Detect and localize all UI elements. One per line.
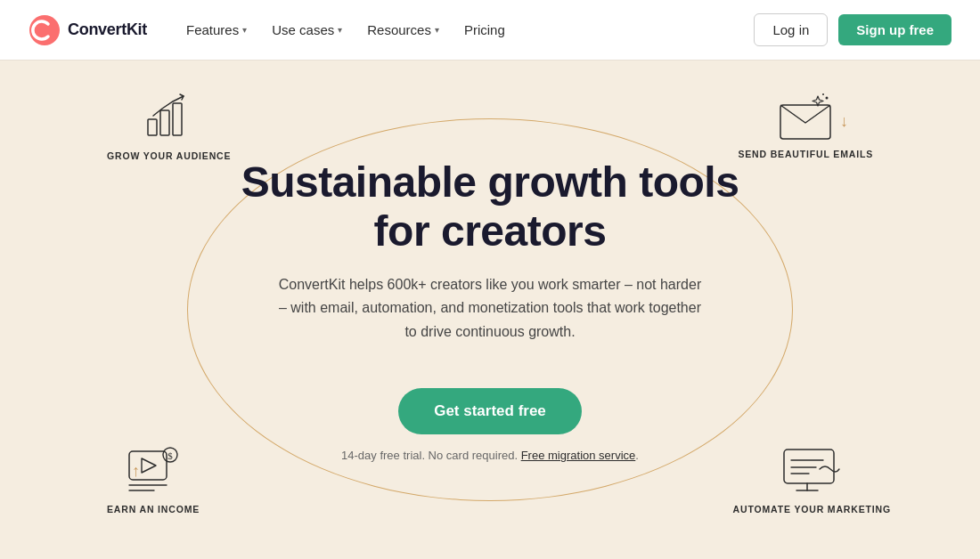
illustration-earn-income: $ EARN AN INCOME: [107, 444, 200, 516]
send-emails-label: SEND BEAUTIFUL EMAILS: [738, 148, 873, 161]
earn-income-label: EARN AN INCOME: [107, 503, 200, 516]
nav-resources[interactable]: Resources ▾: [356, 15, 450, 45]
free-migration-link[interactable]: Free migration service: [521, 449, 636, 462]
automate-marketing-icon: [780, 444, 843, 496]
nav-resources-label: Resources: [367, 22, 431, 37]
svg-rect-7: [129, 451, 167, 480]
nav-features[interactable]: Features ▾: [176, 15, 257, 45]
svg-marker-8: [142, 458, 156, 473]
svg-text:$: $: [167, 450, 173, 461]
hero-subtitle: ConvertKit helps 600k+ creators like you…: [276, 273, 704, 344]
illustration-automate-marketing: AUTOMATE YOUR MARKETING: [733, 444, 891, 516]
chevron-down-icon: ▾: [338, 25, 342, 35]
login-button[interactable]: Log in: [754, 13, 828, 46]
svg-point-5: [826, 97, 829, 100]
earn-income-icon: $: [122, 444, 184, 496]
logo-text: ConvertKit: [68, 20, 147, 39]
hero-fine-print-end: .: [635, 449, 639, 462]
hero-content: Sustainable growth toolsfor creators Con…: [241, 158, 739, 463]
svg-rect-1: [148, 119, 157, 135]
send-emails-icon: [777, 93, 834, 141]
svg-rect-2: [160, 110, 169, 135]
nav-use-cases-label: Use cases: [272, 22, 334, 37]
nav-links: Features ▾ Use cases ▾ Resources ▾ Prici…: [176, 15, 754, 45]
hero-section: ↓ ↑ GROW YOUR AUDIENCE SEND BEAUTIFUL EM…: [0, 61, 980, 559]
nav-pricing-label: Pricing: [464, 22, 505, 37]
nav-use-cases[interactable]: Use cases ▾: [261, 15, 353, 45]
svg-point-6: [822, 93, 824, 95]
illustration-send-emails: SEND BEAUTIFUL EMAILS: [738, 93, 873, 161]
logo-link[interactable]: ConvertKit: [29, 14, 147, 46]
hero-fine-print: 14-day free trial. No card required. Fre…: [241, 449, 739, 462]
hero-title: Sustainable growth toolsfor creators: [241, 158, 739, 255]
grow-audience-label: GROW YOUR AUDIENCE: [107, 150, 231, 163]
automate-marketing-label: AUTOMATE YOUR MARKETING: [733, 503, 891, 516]
chevron-down-icon: ▾: [242, 25, 247, 35]
svg-rect-3: [173, 103, 182, 135]
hero-fine-print-text: 14-day free trial. No card required.: [341, 449, 518, 462]
navigation: ConvertKit Features ▾ Use cases ▾ Resour…: [0, 0, 980, 61]
nav-actions: Log in Sign up free: [754, 13, 951, 46]
nav-pricing[interactable]: Pricing: [453, 15, 516, 45]
signup-button[interactable]: Sign up free: [838, 14, 951, 45]
logo-icon: [29, 14, 61, 46]
illustration-grow-audience: GROW YOUR AUDIENCE: [107, 93, 231, 163]
get-started-button[interactable]: Get started free: [398, 388, 582, 434]
nav-features-label: Features: [186, 22, 239, 37]
grow-audience-icon: [141, 93, 198, 142]
chevron-down-icon: ▾: [435, 25, 439, 35]
